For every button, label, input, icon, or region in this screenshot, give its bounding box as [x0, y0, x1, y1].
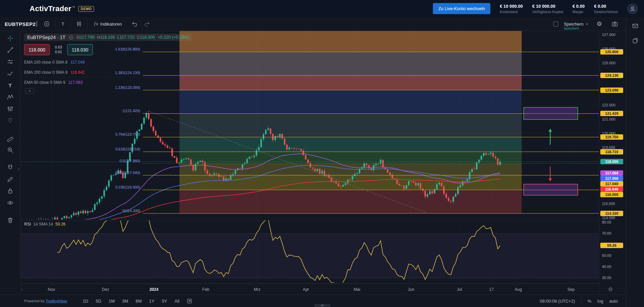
time-axis-label[interactable]: Apr — [303, 287, 309, 292]
brush-icon[interactable] — [4, 69, 16, 78]
time-axis-label[interactable]: Aug — [515, 287, 522, 292]
text-tool-icon[interactable]: T — [4, 81, 16, 90]
fib-label: 0.382(117.040) — [115, 171, 140, 175]
time-axis-label[interactable]: 17 — [489, 287, 493, 292]
drawing-mode-icon[interactable] — [4, 175, 16, 183]
tradingview-link[interactable]: TradingView — [46, 299, 67, 303]
time-axis-label[interactable]: Jun — [408, 287, 414, 292]
redo-icon[interactable] — [142, 19, 152, 29]
price-axis[interactable]: 127.000126.000125.000124.000123.000122.0… — [599, 31, 626, 295]
settings-gear-icon[interactable]: ⚙ — [594, 19, 604, 29]
mail-icon[interactable] — [632, 23, 639, 29]
stat-balance: € 10 000.00 Kontostand — [500, 4, 523, 14]
fib-band — [179, 90, 522, 114]
time-axis-label[interactable]: 2024 — [150, 287, 159, 292]
legend-collapse-button[interactable] — [25, 88, 34, 94]
range-3m[interactable]: 3M — [119, 297, 131, 305]
fib-band — [179, 52, 522, 75]
price-axis-badge: 124.130 — [600, 73, 623, 78]
indicators-button[interactable]: ƒx Indikatoren — [91, 20, 125, 28]
compare-add-icon[interactable] — [42, 19, 52, 29]
price-axis-label: 80.00 — [602, 220, 611, 224]
time-axis[interactable]: NovDez2024FebMrzAprMaiJunJul17AugSep ‹ — [21, 284, 599, 295]
undo-icon[interactable] — [130, 19, 140, 29]
range-5d[interactable]: 5D — [93, 297, 105, 305]
topbar-right: Zu Live-Konto wechseln € 10 000.00 Konto… — [433, 3, 638, 14]
auto-scale-toggle[interactable]: auto — [609, 299, 618, 304]
chart-type-candles-icon[interactable] — [74, 19, 84, 29]
time-axis-label[interactable]: Mai — [354, 287, 360, 292]
checkbox-icon[interactable] — [553, 22, 558, 27]
time-axis-label[interactable]: Feb — [202, 287, 209, 292]
time-axis-label[interactable]: Sep — [567, 287, 574, 292]
indicator-legend-ema200[interactable]: EMA 200 close 0 SMA 9116.642 — [24, 70, 85, 75]
time-axis-label[interactable]: Dez — [102, 287, 109, 292]
powered-by: Powered by TradingView — [24, 299, 67, 303]
indicator-legend-ema100[interactable]: EMA 100 close 0 SMA 9117.049 — [24, 60, 85, 65]
price-axis-label: 127.000 — [602, 33, 615, 37]
trendline-icon[interactable] — [4, 45, 16, 54]
trash-icon[interactable] — [4, 216, 16, 225]
widgets-panel-icon[interactable] — [632, 37, 639, 44]
hide-drawings-eye-icon[interactable] — [4, 198, 16, 207]
indicator-legend-ema50[interactable]: EMA 50 close 0 SMA 9117.063 — [24, 80, 83, 85]
fib-label: 1.382(124.130) — [115, 71, 140, 75]
lock-drawings-icon[interactable] — [4, 186, 16, 195]
price-axis-label: 50.00 — [602, 253, 611, 258]
range-6m[interactable]: 6M — [132, 297, 145, 305]
ruler-measure-icon[interactable] — [4, 134, 16, 142]
live-account-button[interactable]: Zu Live-Konto wechseln — [433, 3, 490, 14]
chart-legend[interactable]: EuBTPSep24 · 1T O117.790 H118.190 L117.7… — [24, 34, 192, 41]
fib-band — [179, 190, 522, 213]
divider — [55, 20, 55, 28]
sell-button[interactable]: 118.000 — [24, 44, 50, 55]
price-axis-badge: 116.000 — [600, 192, 623, 197]
indicators-label: Indikatoren — [100, 22, 122, 27]
price-axis-badge: 118.000 — [600, 159, 623, 164]
price-axis-label: 122.000 — [602, 103, 615, 107]
trademark: ™ — [72, 6, 75, 9]
change-value: +0.220 (+0.19%) — [158, 35, 189, 40]
go-to-date-icon[interactable] — [187, 298, 192, 304]
zoom-in-icon[interactable] — [4, 145, 16, 154]
range-1y[interactable]: 1Y — [146, 297, 157, 305]
object-tree-expander-icon[interactable]: › — [18, 166, 19, 171]
logo-wrap: ActivTrader ™ DEMO — [30, 4, 94, 13]
save-menu[interactable]: Speichern Speichern — [564, 19, 589, 29]
price-axis-label: 70.00 — [602, 231, 611, 235]
horizontal-line-icon[interactable] — [4, 57, 16, 66]
avatar[interactable] — [627, 3, 638, 14]
panel-expand-handle[interactable] — [314, 304, 330, 307]
price-axis-label: 114.000 — [602, 216, 615, 220]
divider — [581, 298, 581, 304]
range-1d[interactable]: 1D — [80, 297, 91, 305]
magnet-icon[interactable] — [4, 163, 16, 172]
range-5y[interactable]: 5Y — [159, 297, 170, 305]
percent-scale-toggle[interactable]: % — [588, 299, 592, 304]
prediction-tool-icon[interactable] — [4, 104, 16, 113]
log-scale-toggle[interactable]: log — [597, 299, 603, 304]
buy-button[interactable]: 118.030 — [67, 44, 93, 55]
stat-available-capital: € 10 000.00 Verfügbares Kapital — [532, 4, 563, 14]
crosshair-icon[interactable] — [4, 34, 16, 42]
axis-settings-gear-icon[interactable]: ⚙ — [608, 286, 613, 293]
emoji-heart-icon[interactable]: ♡ — [4, 116, 16, 125]
chart-canvas[interactable]: 1.618(125.800)1.382(124.130)1.236(123.09… — [21, 31, 599, 284]
chart-pane[interactable]: 1.618(125.800)1.382(124.130)1.236(123.09… — [21, 31, 599, 284]
range-all[interactable]: All — [171, 297, 182, 305]
price-axis-label: 121.000 — [602, 117, 615, 121]
range-1m[interactable]: 1M — [106, 297, 118, 305]
camera-snapshot-icon[interactable] — [610, 19, 620, 29]
demo-badge: DEMO — [78, 6, 94, 12]
time-axis-label[interactable]: Mrz — [254, 287, 260, 292]
text-cursor — [37, 21, 37, 27]
scroll-left-icon[interactable]: ‹ — [22, 287, 23, 292]
pattern-xabcd-icon[interactable] — [4, 93, 16, 101]
minus-circle-icon[interactable] — [69, 35, 74, 40]
time-axis-label[interactable]: Nov — [48, 287, 55, 292]
interval-button[interactable]: T — [59, 20, 67, 28]
clock[interactable]: 08:00:08 (UTC+2) — [540, 299, 575, 304]
rsi-legend[interactable]: RSI 14 SMA 14 59.26 — [24, 222, 66, 227]
symbol-search-input[interactable]: EUBTPSEP2 — [5, 21, 37, 27]
time-axis-label[interactable]: Jul — [457, 287, 462, 292]
